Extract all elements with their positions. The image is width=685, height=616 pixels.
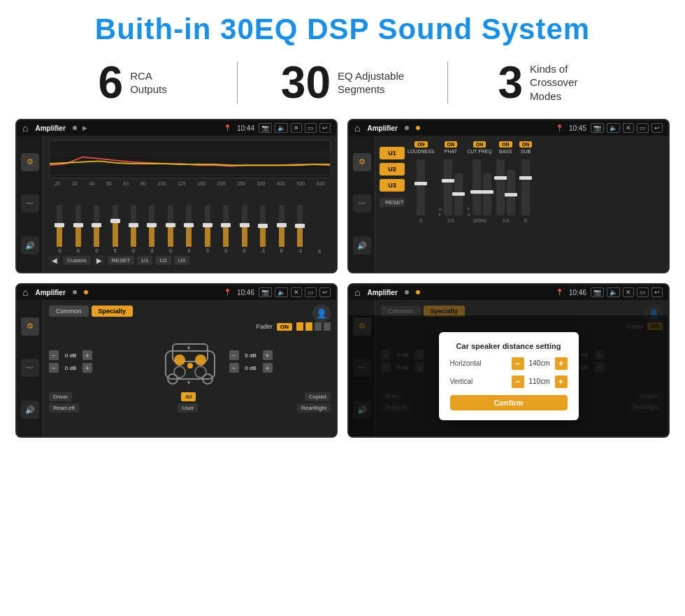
confirm-button[interactable]: Confirm [450, 395, 568, 410]
status-dot-1a [73, 126, 77, 130]
fader-right-values: − 0 dB + − 0 dB + [229, 350, 331, 373]
left-minus-2[interactable]: − [49, 363, 59, 373]
status-bar-3: ⌂ Amplifier 📍 10:46 📷 🔈 ✕ ▭ ↩ [17, 285, 336, 300]
status-icons-1: 📷 🔈 ✕ ▭ ↩ [259, 123, 331, 133]
x-icon-2: ✕ [623, 123, 634, 133]
status-dot-3b [84, 290, 88, 294]
pin-icon-2: 📍 [556, 124, 563, 131]
fader-right-row-1: − 0 dB + [229, 350, 331, 360]
bass-on-badge[interactable]: ON [499, 141, 512, 148]
pos-rearleft[interactable]: RearLeft [49, 403, 79, 413]
eq-graph-svg [50, 141, 330, 178]
sidebar-eq-btn-2[interactable]: ⚙ [353, 153, 371, 171]
fader-on-badge[interactable]: ON [277, 323, 292, 331]
eq-preset-custom[interactable]: Custom [63, 256, 91, 265]
eq-slider-2: 0 [94, 205, 99, 253]
sidebar-wave-btn-2[interactable]: 〰 [353, 194, 371, 213]
horizontal-stepper: − 140cm + [512, 357, 568, 370]
screen-crossover: ⌂ Amplifier 📍 10:45 📷 🔈 ✕ ▭ ↩ ⚙ 〰 🔊 [347, 119, 670, 273]
channel-cutfreq: ON CUT FREQ F G 100Hz [467, 141, 492, 266]
right-plus-2[interactable]: + [263, 363, 273, 373]
car-svg: ▲ ▼ [155, 334, 225, 389]
crossover-reset-btn[interactable]: RESET [380, 198, 405, 207]
cam-icon-3: 📷 [259, 287, 272, 297]
cutfreq-on-badge[interactable]: ON [473, 141, 486, 148]
tab-common[interactable]: Common [49, 306, 89, 317]
vol-icon-4: 🔈 [607, 287, 620, 297]
stat-number-rca: 6 [99, 60, 124, 105]
left-val-1: 0 dB [61, 352, 80, 359]
eq-slider-0: 0 [57, 205, 62, 253]
status-bar-4: ⌂ Amplifier 📍 10:46 📷 🔈 ✕ ▭ ↩ [349, 285, 668, 300]
cam-icon-1: 📷 [259, 123, 272, 133]
status-icons-3: 📷 🔈 ✕ ▭ ↩ [259, 287, 331, 297]
cutfreq-sliders: F G [468, 158, 492, 217]
fader-position-btns-2: RearLeft User RearRight [49, 403, 331, 413]
stat-eq: 30 EQ AdjustableSegments [238, 60, 447, 105]
eq-reset-btn[interactable]: RESET [108, 256, 135, 265]
right-minus-2[interactable]: − [229, 363, 239, 373]
horizontal-plus[interactable]: + [555, 357, 568, 370]
page-title: Buith-in 30EQ DSP Sound System [14, 13, 671, 46]
right-minus-1[interactable]: − [229, 350, 239, 360]
vertical-plus[interactable]: + [555, 375, 568, 388]
sub-on-badge[interactable]: ON [519, 141, 533, 148]
screens-grid: ⌂ Amplifier ▶ 📍 10:44 📷 🔈 ✕ ▭ ↩ ⚙ 〰 🔊 [0, 115, 685, 452]
eq-next-btn[interactable]: ▶ [94, 255, 105, 266]
sidebar-eq-btn-3[interactable]: ⚙ [21, 317, 39, 336]
back-icon-1: ↩ [319, 123, 331, 133]
eq-u2-btn[interactable]: U2 [155, 256, 171, 265]
left-plus-2[interactable]: + [82, 363, 92, 373]
app-name-4: Amplifier [367, 289, 397, 296]
bass-sliders [496, 158, 515, 217]
eq-slider-7: 0 [186, 205, 192, 253]
fader-tabs-row: Common Specialty 👤 [49, 304, 331, 322]
eq-u3-btn[interactable]: U3 [174, 256, 189, 265]
preset-u3[interactable]: U3 [380, 179, 405, 192]
fader-main-content: Common Specialty 👤 Fader ON [43, 300, 336, 436]
sidebar-speaker-btn-3[interactable]: 🔊 [21, 401, 39, 419]
pos-driver[interactable]: Driver [49, 392, 72, 401]
sidebar-eq-btn[interactable]: ⚙ [21, 153, 39, 171]
tab-specialty[interactable]: Specialty [92, 306, 134, 317]
eq-prev-btn[interactable]: ◀ [49, 255, 60, 266]
sidebar-speaker-btn[interactable]: 🔊 [21, 236, 39, 255]
fader-position-btns: Driver All Copilot [49, 392, 331, 401]
bass-label: BASS [499, 149, 512, 154]
channel-strips: ON LOUDNESS G ON PHAT G [408, 140, 664, 268]
fader-label: Fader [256, 323, 273, 330]
status-dot-3a [73, 290, 77, 294]
pos-user[interactable]: User [178, 403, 198, 413]
loudness-on-badge[interactable]: ON [414, 141, 428, 148]
left-minus-1[interactable]: − [49, 350, 59, 360]
user-icon[interactable]: 👤 [312, 304, 331, 322]
time-2: 10:45 [569, 124, 586, 132]
crossover-sidebar: ⚙ 〰 🔊 [349, 136, 375, 272]
eq-graph [49, 140, 331, 178]
pos-copilot[interactable]: Copilot [305, 392, 331, 401]
left-plus-1[interactable]: + [82, 350, 92, 360]
horizontal-minus[interactable]: − [512, 357, 524, 370]
eq-slider-13: -1 [297, 205, 303, 253]
sidebar-speaker-btn-2[interactable]: 🔊 [353, 236, 371, 255]
preset-u2[interactable]: U2 [380, 163, 405, 176]
vertical-label: Vertical [450, 378, 473, 385]
vertical-minus[interactable]: − [512, 375, 524, 388]
horizontal-value: 140cm [527, 359, 552, 367]
home-icon-4[interactable]: ⌂ [354, 287, 360, 298]
eq-u1-btn[interactable]: U1 [137, 256, 152, 265]
crossover-presets: U1 U2 U3 RESET [380, 140, 405, 268]
home-icon-3[interactable]: ⌂ [22, 287, 28, 298]
preset-u1[interactable]: U1 [380, 147, 405, 159]
svg-point-7 [174, 354, 185, 366]
pos-rearright[interactable]: RearRight [297, 403, 331, 413]
status-bar-2: ⌂ Amplifier 📍 10:45 📷 🔈 ✕ ▭ ↩ [349, 120, 668, 136]
sidebar-wave-btn[interactable]: 〰 [21, 194, 39, 213]
right-plus-1[interactable]: + [263, 350, 273, 360]
home-icon-2[interactable]: ⌂ [354, 122, 360, 134]
eq-slider-6: 0 [168, 205, 173, 253]
phat-on-badge[interactable]: ON [445, 141, 458, 148]
sidebar-wave-btn-3[interactable]: 〰 [21, 359, 39, 377]
pos-all[interactable]: All [181, 392, 196, 401]
home-icon[interactable]: ⌂ [22, 122, 28, 134]
